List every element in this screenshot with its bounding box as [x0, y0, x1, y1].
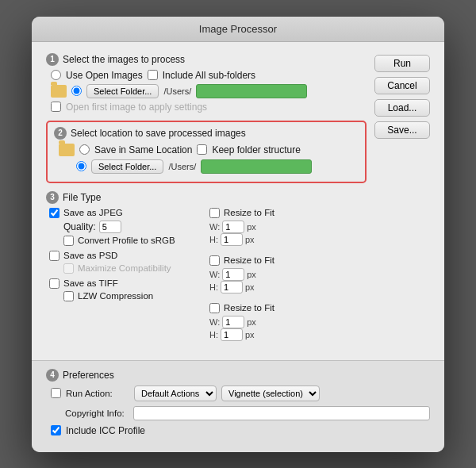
open-first-label: Open first image to apply settings [66, 102, 207, 113]
title-text: Image Processor [199, 23, 277, 35]
run-action-checkbox[interactable] [51, 388, 61, 398]
jpeg-row: Save as JPEG [49, 208, 203, 218]
tiff-w-row: W: px [209, 316, 363, 328]
vignette-select[interactable]: Vignette (selection) [221, 386, 320, 401]
load-button[interactable]: Load... [374, 99, 430, 117]
default-actions-select[interactable]: Default Actions [134, 386, 217, 401]
jpeg-w-px: px [247, 222, 256, 232]
save-same-row: Save in Same Location Keep folder struct… [59, 144, 359, 156]
ft-left: Save as JPEG Quality: Convert Profile to… [46, 208, 206, 341]
tiff-resize-row: Resize to Fit [209, 303, 363, 313]
ft-right: Resize to Fit W: px H: px [206, 208, 367, 341]
run-action-row: Run Action: Default Actions Vignette (se… [51, 386, 430, 401]
section-1-num: 1 [46, 53, 59, 66]
include-subfolders-checkbox[interactable] [148, 70, 158, 80]
lzw-checkbox[interactable] [63, 291, 74, 301]
include-subfolders-label: Include All sub-folders [163, 70, 255, 81]
convert-profile-row: Convert Profile to sRGB [49, 236, 203, 246]
use-open-images-label: Use Open Images [66, 70, 143, 81]
jpeg-h-label: H: [209, 235, 218, 244]
select-folder-row-2: Select Folder... /Users/ [59, 159, 359, 174]
open-first-checkbox[interactable] [51, 102, 61, 112]
save-button[interactable]: Save... [374, 121, 430, 139]
section-4-label: Preferences [63, 370, 114, 381]
section-1: 1 Select the images to process Use Open … [46, 53, 367, 113]
psd-resize-row: Resize to Fit [209, 255, 363, 266]
section-2-header: 2 Select location to save processed imag… [54, 127, 359, 140]
folder-icon-1 [51, 85, 67, 98]
select-folder-radio-2[interactable] [76, 161, 86, 171]
save-psd-checkbox[interactable] [49, 251, 60, 261]
save-tiff-checkbox[interactable] [49, 278, 60, 289]
run-action-label: Run Action: [66, 389, 129, 398]
file-type-grid: Save as JPEG Quality: Convert Profile to… [46, 208, 367, 341]
tiff-row: Save as TIFF [49, 278, 203, 289]
convert-profile-label: Convert Profile to sRGB [78, 236, 175, 245]
save-jpeg-checkbox[interactable] [49, 208, 60, 218]
section-2-content: Save in Same Location Keep folder struct… [54, 144, 359, 174]
tiff-w-px: px [247, 317, 256, 327]
jpeg-resize-checkbox[interactable] [209, 208, 220, 218]
side-buttons: Run Cancel Load... Save... [374, 53, 430, 349]
section-1-content: Use Open Images Include All sub-folders … [46, 70, 367, 113]
icc-label: Include ICC Profile [66, 425, 145, 436]
tiff-h-row: H: px [209, 328, 363, 341]
jpeg-resize-row: Resize to Fit [209, 208, 363, 218]
main-content: 1 Select the images to process Use Open … [32, 42, 444, 360]
jpeg-h-row: H: px [209, 233, 363, 246]
tiff-h-input[interactable] [221, 328, 243, 341]
max-compat-label: Maximize Compatibility [78, 263, 171, 273]
psd-w-label: W: [209, 270, 220, 279]
image-processor-dialog: Image Processor 1 Select the images to p… [32, 17, 444, 452]
select-folder-btn-1[interactable]: Select Folder... [86, 84, 159, 98]
cancel-button[interactable]: Cancel [374, 77, 430, 94]
jpeg-h-input[interactable] [221, 233, 243, 246]
save-jpeg-label: Save as JPEG [63, 208, 123, 217]
section-2-num: 2 [54, 127, 67, 140]
section-2-label: Select location to save processed images [71, 128, 246, 139]
quality-input[interactable] [99, 221, 121, 233]
section-3-num: 3 [46, 191, 59, 204]
jpeg-w-label: W: [209, 222, 220, 232]
save-same-label: Save in Same Location [94, 144, 192, 155]
save-same-radio[interactable] [79, 144, 90, 155]
keep-folder-checkbox[interactable] [197, 144, 207, 155]
convert-profile-checkbox[interactable] [63, 236, 74, 246]
tiff-w-input[interactable] [222, 316, 244, 328]
psd-resize-checkbox[interactable] [209, 255, 220, 266]
tiff-resize-label: Resize to Fit [224, 303, 274, 313]
form-area: 1 Select the images to process Use Open … [46, 53, 367, 349]
section-4-header: 4 Preferences [46, 369, 430, 382]
psd-h-input[interactable] [221, 281, 243, 293]
keep-folder-label: Keep folder structure [212, 144, 300, 155]
select-folder-row-1: Select Folder... /Users/ [51, 84, 367, 98]
max-compat-checkbox[interactable] [63, 263, 74, 274]
lzw-row: LZW Compression [49, 291, 203, 301]
run-button[interactable]: Run [374, 55, 430, 72]
folder-icon-2 [59, 144, 75, 156]
psd-w-row: W: px [209, 268, 363, 281]
copyright-input[interactable] [133, 406, 430, 420]
lzw-label: LZW Compression [78, 291, 153, 301]
psd-h-row: H: px [209, 281, 363, 293]
section-4-content: Run Action: Default Actions Vignette (se… [46, 386, 430, 436]
quality-label: Quality: [63, 221, 96, 232]
section-2: 2 Select location to save processed imag… [46, 121, 367, 183]
section-3-header: 3 File Type [46, 191, 367, 204]
psd-w-input[interactable] [222, 268, 244, 281]
copyright-row: Copyright Info: [51, 406, 430, 420]
psd-w-px: px [247, 270, 256, 279]
tiff-h-label: H: [209, 330, 218, 339]
tiff-h-px: px [245, 330, 255, 339]
icc-checkbox[interactable] [51, 425, 61, 435]
select-folder-btn-2[interactable]: Select Folder... [91, 159, 163, 174]
section-4: 4 Preferences Run Action: Default Action… [32, 360, 444, 452]
tiff-resize-checkbox[interactable] [209, 303, 220, 313]
select-folder-radio-1[interactable] [71, 86, 82, 96]
save-tiff-label: Save as TIFF [63, 278, 118, 288]
jpeg-w-input[interactable] [222, 221, 244, 233]
use-open-images-radio[interactable] [51, 70, 61, 80]
open-first-row: Open first image to apply settings [51, 102, 367, 113]
psd-row: Save as PSD [49, 251, 203, 261]
section-3-label: File Type [63, 192, 101, 203]
